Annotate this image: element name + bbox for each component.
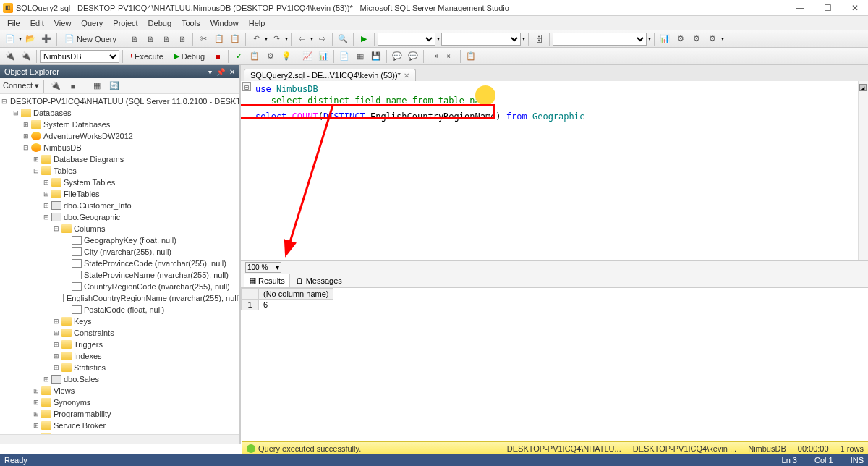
menu-window[interactable]: Window [206, 17, 243, 29]
exp-icon[interactable]: ⊞ [42, 190, 51, 198]
menu-query[interactable]: Query [77, 17, 107, 29]
exp-icon[interactable]: ⊞ [52, 352, 61, 360]
exp-icon[interactable]: ⊞ [52, 363, 61, 372]
editor-scroll-strip[interactable] [858, 81, 868, 260]
parse-button[interactable]: ✓ [231, 49, 246, 64]
connect-button[interactable]: Connect ▾ [3, 81, 39, 90]
include-stats-button[interactable]: 📊 [316, 49, 331, 64]
exp-icon[interactable]: ⊞ [22, 120, 30, 129]
results-grid-button[interactable]: ▦ [353, 49, 367, 64]
oe-filter-icon[interactable]: ▦ [90, 79, 104, 93]
exp-icon[interactable]: ⊞ [42, 178, 51, 187]
display-plan-button[interactable]: 📋 [247, 49, 262, 64]
tables-node[interactable]: Tables [54, 166, 77, 175]
available-db-icon[interactable]: 🔌 [19, 49, 33, 64]
close-window-button[interactable]: ✕ [845, 1, 865, 14]
change-connection-button[interactable]: 🔌 [3, 49, 17, 64]
close-tab-icon[interactable]: ✕ [404, 72, 409, 80]
redo-button[interactable]: ↷ [269, 32, 284, 46]
split-indicator-icon[interactable]: ◢ [859, 84, 867, 91]
exp-icon[interactable]: ⊞ [32, 398, 41, 407]
exp-icon[interactable]: ⊞ [32, 421, 41, 430]
oe-close-icon[interactable]: ✕ [229, 68, 235, 76]
indexes-node[interactable]: Indexes [74, 352, 102, 360]
constraints-node[interactable]: Constraints [74, 329, 114, 337]
oe-horizontal-scrollbar[interactable] [0, 434, 239, 444]
outdent-button[interactable]: ⇤ [443, 49, 457, 64]
nav-fwd-button[interactable]: ⇨ [315, 32, 329, 46]
tb-right-3[interactable]: ⚙ [689, 32, 704, 46]
databases-node[interactable]: Databases [33, 109, 72, 117]
menu-debug[interactable]: Debug [144, 17, 176, 29]
col-geokey[interactable]: GeographyKey (float, null) [84, 236, 176, 245]
exp-icon[interactable]: ⊞ [42, 375, 51, 384]
systables-node[interactable]: System Tables [64, 178, 115, 187]
oe-tree[interactable]: ⊟DESKTOP-PV1ICQ4\NHATLUU (SQL Server 11.… [0, 94, 239, 434]
exp-icon[interactable]: ⊟ [22, 143, 30, 152]
server-node[interactable]: DESKTOP-PV1ICQ4\NHATLUU (SQL Server 11.0… [10, 97, 239, 106]
uncomment-button[interactable]: 💬 [406, 49, 420, 64]
menu-project[interactable]: Project [109, 17, 142, 29]
oe-pin-icon[interactable]: 📌 [216, 68, 225, 76]
messages-tab[interactable]: 🗒Messages [292, 275, 346, 287]
aw-node[interactable]: AdventureWorksDW2012 [43, 132, 133, 140]
grid-cell[interactable]: 6 [259, 300, 333, 310]
col-spcode[interactable]: StateProvinceCode (nvarchar(255), null) [84, 259, 226, 268]
start-button[interactable]: ▶ [357, 32, 371, 46]
debug-button[interactable]: ▶Debug [169, 50, 209, 62]
nav-back-button[interactable]: ⇦ [294, 32, 309, 46]
copy-button[interactable]: 📋 [212, 32, 226, 46]
menu-help[interactable]: Help [244, 17, 270, 29]
col-spname[interactable]: StateProvinceName (nvarchar(255), null) [84, 271, 229, 279]
exp-icon[interactable]: ⊞ [22, 132, 30, 140]
tb-right-2[interactable]: ⚙ [673, 32, 688, 46]
tb-icon-4[interactable]: 🗎 [175, 32, 190, 46]
synonyms-node[interactable]: Synonyms [54, 398, 90, 407]
menu-view[interactable]: View [50, 17, 76, 29]
results-text-button[interactable]: 📄 [337, 49, 352, 64]
exp-icon[interactable]: ⊞ [32, 410, 41, 418]
tb-icon-1[interactable]: 🗎 [127, 32, 142, 46]
database-dropdown[interactable]: NimbusDB [40, 50, 119, 63]
sql-editor[interactable]: ⊟ use NimbusDB -- select distinct field_… [241, 81, 868, 260]
exp-icon[interactable]: ⊞ [42, 201, 51, 210]
keys-node[interactable]: Keys [74, 317, 91, 326]
find-dropdown[interactable] [553, 33, 647, 46]
undo-button[interactable]: ↶ [249, 32, 263, 46]
exp-icon[interactable]: ⊞ [52, 329, 61, 337]
paste-button[interactable]: 📋 [228, 32, 242, 46]
new-project-button[interactable]: 📄 [3, 32, 17, 46]
sysdb-node[interactable]: System Databases [43, 120, 110, 129]
col-crcode[interactable]: CountryRegionCode (nvarchar(255), null) [84, 282, 230, 291]
find-button[interactable]: 🔍 [336, 32, 350, 46]
exp-icon[interactable]: ⊞ [32, 386, 41, 395]
registered-servers-button[interactable]: 🗄 [532, 32, 546, 46]
col-ecrname[interactable]: EnglishCountryRegionName (nvarchar(255),… [67, 294, 239, 302]
oe-refresh-icon[interactable]: 🔄 [107, 79, 122, 93]
tb-right-4[interactable]: ⚙ [705, 32, 720, 46]
result-grid[interactable]: (No column name) 16 [241, 288, 868, 444]
exp-icon[interactable]: ⊞ [52, 317, 61, 326]
platform-dropdown[interactable] [441, 33, 521, 46]
exp-icon[interactable]: ⊟ [1, 97, 7, 106]
prog-node[interactable]: Programmability [54, 410, 111, 418]
exp-icon[interactable]: ⊞ [52, 340, 61, 349]
exp-icon[interactable]: ⊟ [52, 224, 61, 233]
triggers-node[interactable]: Triggers [74, 340, 103, 349]
exp-icon[interactable]: ⊟ [32, 166, 41, 175]
cancel-query-button[interactable]: ■ [210, 49, 225, 64]
oe-stop-icon[interactable]: ■ [66, 79, 80, 93]
oe-dropdown-icon[interactable]: ▾ [208, 68, 212, 76]
specify-values-button[interactable]: 📋 [464, 49, 478, 64]
columns-node[interactable]: Columns [74, 224, 105, 233]
dbdiag-node[interactable]: Database Diagrams [54, 155, 124, 164]
solution-config-dropdown[interactable] [378, 33, 435, 46]
statistics-node[interactable]: Statistics [74, 363, 106, 372]
zoom-dropdown[interactable]: 100 %▾ [245, 262, 281, 273]
results-tab[interactable]: ▦Results [244, 274, 290, 287]
menu-file[interactable]: File [3, 17, 25, 29]
doc-tab-sqlquery2[interactable]: SQLQuery2.sql - DE...V1ICQ4\kevin (53))*… [244, 69, 416, 81]
tb-icon-3[interactable]: 🗎 [159, 32, 174, 46]
results-file-button[interactable]: 💾 [369, 49, 383, 64]
intellisense-button[interactable]: 💡 [279, 49, 294, 64]
